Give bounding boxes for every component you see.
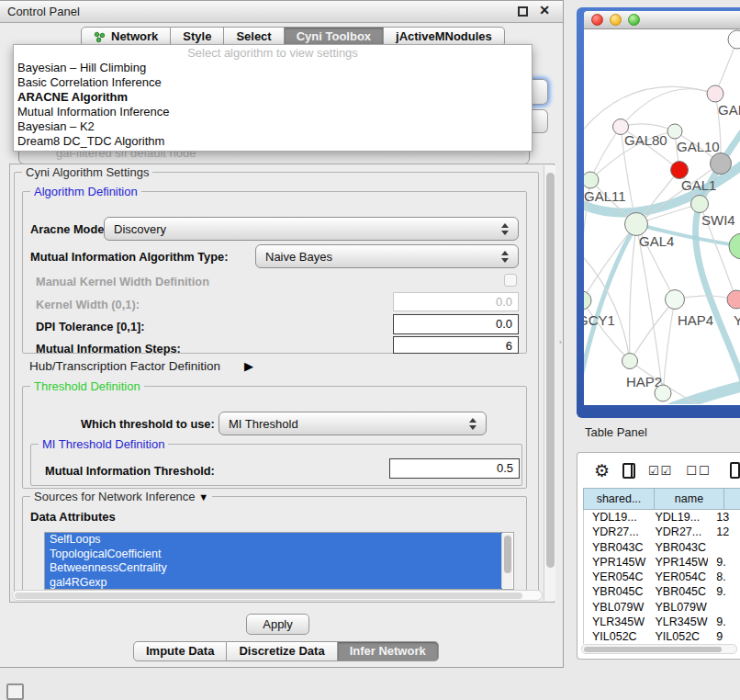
network-edge[interactable] — [584, 86, 715, 138]
column-header-2[interactable] — [724, 488, 740, 510]
spinner-arrows-icon — [496, 223, 514, 235]
hub-tf-definition-label[interactable]: Hub/Transcription Factor Definition — [29, 359, 220, 373]
network-edge[interactable] — [630, 224, 636, 361]
mi-steps-field[interactable]: 6 — [393, 336, 519, 354]
table-row[interactable]: YPR145WYPR145W9. — [584, 555, 740, 570]
network-node-gcy1[interactable] — [584, 291, 591, 310]
table-cell: 13 — [708, 510, 740, 525]
mi-algorithm-type-combobox[interactable]: Naive Bayes — [255, 244, 519, 268]
page-icon[interactable] — [730, 462, 740, 479]
table-row[interactable]: YER054CYER054C8. — [584, 570, 740, 584]
network-edge-thick[interactable] — [672, 384, 740, 404]
minimize-window-icon[interactable] — [610, 14, 622, 26]
network-edge[interactable] — [621, 89, 715, 127]
unchecked-boxes-icon[interactable]: ☐☐ — [686, 464, 711, 478]
network-node-hap2[interactable] — [622, 354, 638, 369]
control-panel-titlebar: Control Panel ✕ — [0, 1, 563, 23]
table-row[interactable]: YBR045CYBR045C9. — [584, 584, 740, 599]
mi-threshold-field[interactable]: 0.5 — [389, 458, 520, 479]
attribute-item-topologicalcoefficient[interactable]: TopologicalCoefficient — [45, 548, 502, 562]
network-node-gal4[interactable] — [625, 213, 648, 236]
dropdown-item-mutual-information-inference[interactable]: Mutual Information Inference — [14, 105, 532, 119]
collapse-arrow-icon[interactable]: ▼ — [198, 491, 208, 502]
close-panel-icon[interactable]: ✕ — [539, 3, 550, 17]
dropdown-item-basic-correlation-inference[interactable]: Basic Correlation Inference — [14, 75, 532, 90]
tab-impute-data[interactable]: Impute Data — [133, 641, 227, 661]
expand-arrow-icon[interactable]: ▶ — [244, 359, 253, 373]
network-icon — [94, 31, 106, 43]
data-attributes-list[interactable]: SelfLoopsTopologicalCoefficientBetweenne… — [44, 532, 514, 590]
table-cell — [708, 600, 740, 615]
kernel-width-field[interactable]: 0.0 — [393, 292, 519, 311]
zoom-window-icon[interactable] — [628, 14, 640, 26]
tab-infer-network[interactable]: Infer Network — [338, 641, 439, 661]
dropdown-item-aracne-algorithm[interactable]: ARACNE Algorithm — [14, 90, 532, 105]
settings-vertical-scrollbar[interactable] — [544, 165, 555, 601]
dropdown-item-bayesian-hill-climbing[interactable]: Bayesian – Hill Climbing — [14, 61, 532, 75]
algorithm-dropdown-list: Bayesian – Hill ClimbingBasic Correlatio… — [14, 61, 532, 149]
table-horizontal-scrollbar[interactable] — [581, 644, 737, 654]
split-columns-icon[interactable] — [622, 463, 635, 479]
minimized-panel-icon[interactable] — [6, 683, 24, 700]
attribute-item-betweennesscentrality[interactable]: BetweennessCentrality — [45, 561, 502, 576]
table-row[interactable]: YBR043CYBR043C — [584, 540, 740, 555]
network-edge[interactable] — [630, 299, 675, 361]
network-node-gal11[interactable] — [584, 172, 599, 188]
control-panel-title: Control Panel — [7, 5, 80, 18]
column-header-name[interactable]: name — [655, 488, 724, 510]
table-cell: 9. — [708, 555, 740, 570]
which-threshold-combobox[interactable]: MI Threshold — [219, 412, 487, 435]
network-edge[interactable] — [590, 127, 621, 180]
table-cell: YER054C — [584, 570, 647, 584]
network-edge-thick[interactable] — [584, 224, 636, 399]
manual-kernel-width-checkbox[interactable] — [504, 274, 517, 287]
tab-label: Infer Network — [350, 642, 426, 660]
network-edge[interactable] — [663, 299, 675, 393]
tab-discretize-data[interactable]: Discretize Data — [227, 641, 337, 661]
table-row[interactable]: YLR345WYLR345W9. — [584, 615, 740, 629]
float-panel-icon[interactable] — [518, 6, 528, 17]
network-node-label: GAL1 — [681, 177, 716, 193]
network-canvas[interactable]: GALGAL80GAL10GAL1SWI4GAL11GAL4GCY1HAP4YH… — [584, 29, 740, 404]
gear-icon[interactable]: ⚙ — [594, 462, 610, 480]
network-node-y[interactable] — [727, 290, 740, 309]
network-node-gal1[interactable] — [671, 162, 689, 179]
dpi-tolerance-field[interactable]: 0.0 — [393, 314, 519, 334]
network-node[interactable] — [711, 153, 732, 175]
dropdown-item-dream8-dc-tdc-algorithm[interactable]: Dream8 DC_TDC Algorithm — [14, 134, 532, 149]
attribute-item-gal4rgexp[interactable]: gal4RGexp — [45, 576, 502, 591]
table-cell: YBR045C — [584, 584, 647, 599]
dropdown-item-bayesian-k2[interactable]: Bayesian – K2 — [14, 119, 532, 134]
dpi-tolerance-label: DPI Tolerance [0,1]: — [36, 320, 145, 333]
aracne-mode-combobox[interactable]: Discovery — [104, 217, 519, 241]
network-node-label: Y — [734, 312, 740, 328]
network-node[interactable] — [728, 30, 740, 49]
network-node-label: GAL10 — [677, 139, 720, 154]
close-window-icon[interactable] — [591, 14, 603, 26]
network-node-hap4[interactable] — [666, 290, 685, 310]
checked-boxes-icon[interactable]: ☑☑ — [648, 464, 673, 478]
column-header-shared[interactable]: shared... — [583, 488, 655, 510]
network-node[interactable] — [729, 233, 740, 259]
table-cell: YLR345W — [584, 615, 647, 629]
split-pane-handle[interactable]: › — [559, 339, 564, 346]
settings-horizontal-scrollbar[interactable] — [12, 590, 543, 601]
table-cell: YLR345W — [647, 615, 709, 629]
network-node-swi4[interactable] — [691, 196, 709, 213]
network-node[interactable] — [655, 385, 671, 401]
table-cell: YDR27... — [584, 525, 647, 539]
table-row[interactable]: YBL079WYBL079W — [584, 600, 740, 615]
table-cell: 9. — [708, 584, 740, 599]
table-cell: YPR145W — [584, 555, 647, 570]
attributes-list-scrollbar[interactable] — [501, 534, 512, 588]
table-body: YDL19...YDL19...13YDR27...YDR27...12YBR0… — [583, 510, 740, 644]
attribute-item-selfloops[interactable]: SelfLoops — [45, 533, 502, 548]
table-row[interactable]: YDR27...YDR27...12 — [584, 525, 740, 539]
table-row[interactable]: YIL052CYIL052C9 — [584, 629, 740, 644]
network-node-gal[interactable] — [707, 85, 723, 102]
network-node-gal10[interactable] — [667, 124, 682, 139]
table-cell: 9 — [708, 629, 740, 644]
apply-button[interactable]: Apply — [246, 614, 309, 635]
table-row[interactable]: YDL19...YDL19...13 — [584, 510, 740, 525]
table-cell: YBR043C — [584, 540, 647, 555]
